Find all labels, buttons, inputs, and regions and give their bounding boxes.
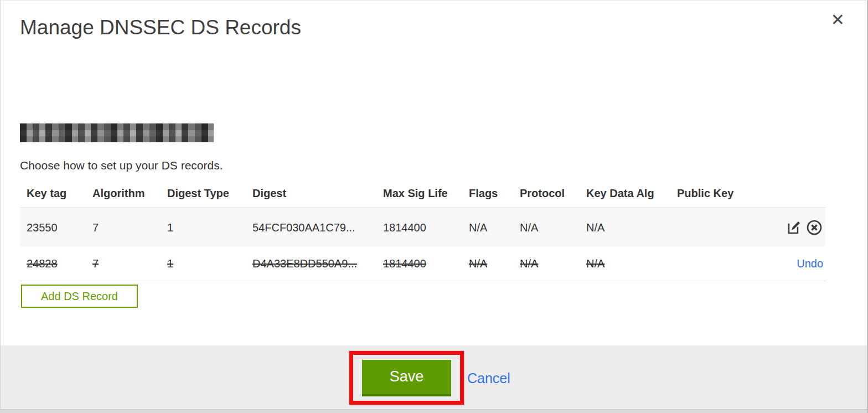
delete-icon[interactable] xyxy=(805,219,823,236)
add-ds-record-button[interactable]: Add DS Record xyxy=(21,285,138,308)
cancel-link[interactable]: Cancel xyxy=(467,370,510,386)
col-flags: Flags xyxy=(462,180,513,208)
col-public-key: Public Key xyxy=(670,180,770,208)
modal-footer: Save Cancel xyxy=(1,345,867,409)
cell-protocol: N/A xyxy=(513,247,580,281)
row-actions: Undo xyxy=(770,247,825,281)
col-digest-type: Digest Type xyxy=(161,180,246,208)
col-digest: Digest xyxy=(246,180,376,208)
cell-public-key xyxy=(670,247,770,281)
cell-max-sig-life: 1814400 xyxy=(376,247,462,281)
page-background-strip xyxy=(1,409,867,413)
dnssec-modal: Manage DNSSEC DS Records ✕ Choose how to… xyxy=(0,0,868,413)
table-row: 23550 7 1 54FCF030AA1C79... 1814400 N/A … xyxy=(20,208,825,247)
cell-public-key xyxy=(670,208,770,247)
red-highlight-box: Save xyxy=(349,351,464,405)
cell-max-sig-life: 1814400 xyxy=(376,208,462,247)
cell-algorithm: 7 xyxy=(86,247,161,281)
cell-key-tag: 23550 xyxy=(20,208,86,247)
table-row-deleted: 24828 7 1 D4A33E8DD550A9... 1814400 N/A … xyxy=(20,247,825,281)
col-actions xyxy=(770,180,825,208)
close-icon[interactable]: ✕ xyxy=(831,12,845,28)
cell-flags: N/A xyxy=(462,247,513,281)
cell-digest-type: 1 xyxy=(161,247,246,281)
table-header-row: Key tag Algorithm Digest Type Digest Max… xyxy=(20,180,825,208)
row-actions xyxy=(770,208,825,247)
cell-key-data-alg: N/A xyxy=(580,247,670,281)
col-key-data-alg: Key Data Alg xyxy=(580,180,670,208)
instruction-text: Choose how to set up your DS records. xyxy=(20,159,223,172)
cell-protocol: N/A xyxy=(513,208,580,247)
col-key-tag: Key tag xyxy=(20,180,86,208)
ds-records-table: Key tag Algorithm Digest Type Digest Max… xyxy=(20,180,825,281)
cell-digest: D4A33E8DD550A9... xyxy=(246,247,376,281)
page-title: Manage DNSSEC DS Records xyxy=(20,16,301,39)
col-max-sig-life: Max Sig Life xyxy=(376,180,462,208)
cell-digest-type: 1 xyxy=(161,208,246,247)
save-button[interactable]: Save xyxy=(362,360,451,396)
edit-icon[interactable] xyxy=(786,219,802,236)
cell-digest: 54FCF030AA1C79... xyxy=(246,208,376,247)
col-algorithm: Algorithm xyxy=(86,180,161,208)
redacted-domain-name xyxy=(20,123,214,142)
cell-flags: N/A xyxy=(462,208,513,247)
cell-algorithm: 7 xyxy=(86,208,161,247)
cell-key-tag: 24828 xyxy=(20,247,86,281)
col-protocol: Protocol xyxy=(513,180,580,208)
undo-link[interactable]: Undo xyxy=(797,257,823,270)
cell-key-data-alg: N/A xyxy=(580,208,670,247)
